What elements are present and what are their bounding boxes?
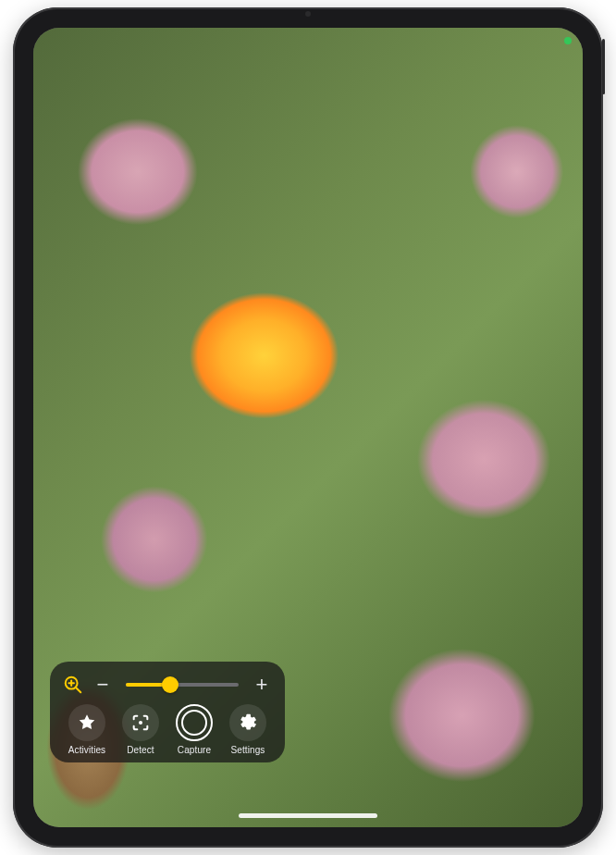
- star-icon: [68, 704, 105, 741]
- svg-line-1: [76, 688, 80, 692]
- toolbar: Activities Detect: [63, 704, 272, 755]
- camera-active-indicator: [564, 37, 572, 44]
- activities-label: Activities: [68, 745, 105, 755]
- zoom-out-button[interactable]: −: [92, 675, 113, 695]
- screen: − + Activities: [33, 28, 583, 827]
- magnifier-control-panel: − + Activities: [50, 662, 285, 762]
- detect-frame-icon: [122, 704, 159, 741]
- ipad-frame: − + Activities: [13, 7, 603, 848]
- zoom-slider-thumb[interactable]: [162, 676, 179, 693]
- detect-button[interactable]: Detect: [117, 704, 165, 755]
- front-camera-dot: [305, 11, 311, 17]
- settings-label: Settings: [231, 745, 265, 755]
- detect-label: Detect: [127, 745, 154, 755]
- capture-ring-icon: [176, 704, 213, 741]
- zoom-slider[interactable]: [122, 675, 242, 694]
- magnifier-plus-icon: [63, 675, 83, 695]
- device-side-button: [602, 39, 605, 94]
- zoom-slider-row: − +: [63, 675, 272, 695]
- settings-button[interactable]: Settings: [224, 704, 272, 755]
- gear-icon: [229, 704, 266, 741]
- activities-button[interactable]: Activities: [63, 704, 111, 755]
- svg-point-4: [139, 721, 142, 725]
- capture-label: Capture: [178, 745, 211, 755]
- home-indicator[interactable]: [239, 813, 377, 818]
- capture-button[interactable]: Capture: [170, 704, 218, 755]
- zoom-in-button[interactable]: +: [252, 675, 272, 695]
